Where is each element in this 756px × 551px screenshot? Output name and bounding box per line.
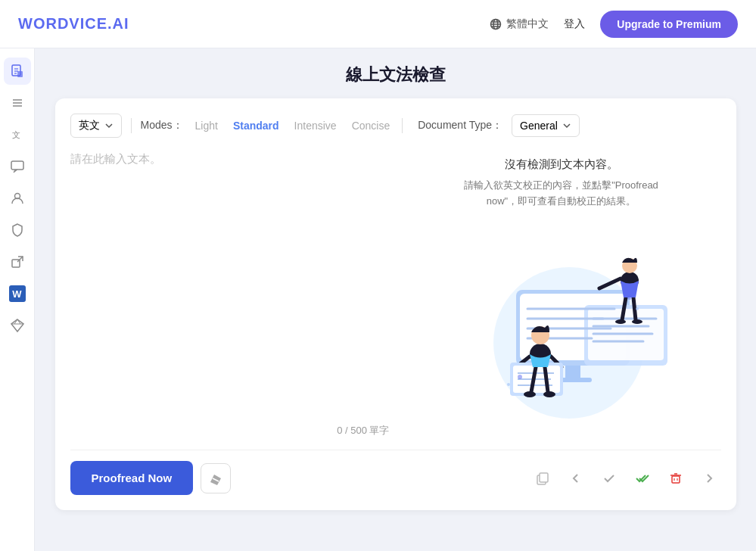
svg-rect-9 (17, 71, 23, 77)
sidebar-item-diamond[interactable] (4, 312, 31, 339)
right-panel: 沒有檢測到文本內容。 請輸入欲英文校正的內容，並點擊"Proofread now… (402, 150, 721, 437)
diamond-icon (10, 318, 25, 333)
svg-line-41 (633, 297, 636, 320)
text-area-wrapper: 0 / 500 單字 (70, 150, 390, 437)
svg-rect-65 (672, 476, 680, 483)
clear-button[interactable] (201, 463, 231, 493)
editor-toolbar: 英文 Modes： Light Standard Intensive Conci… (70, 114, 721, 138)
illustration (456, 222, 667, 419)
doc-type-label: Document Type： (418, 119, 502, 132)
no-content-desc: 請輸入欲英文校正的內容，並點擊"Proofread now"，即可查看自動校正的… (463, 178, 660, 210)
page-title: 線上文法檢查 (346, 64, 446, 86)
doc-type-value: General (520, 120, 558, 132)
toolbar-divider-2 (402, 118, 403, 133)
text-input[interactable] (70, 150, 390, 418)
prev-icon (570, 472, 582, 484)
upgrade-button[interactable]: Upgrade to Premium (600, 11, 738, 38)
copy-icon (536, 472, 549, 485)
prev-button[interactable] (564, 466, 588, 490)
sidebar-item-list[interactable] (4, 89, 31, 117)
svg-point-55 (524, 391, 536, 397)
lang-value: 英文 (79, 119, 100, 132)
sidebar-item-shield[interactable] (4, 216, 31, 244)
check-all-icon (636, 472, 649, 484)
next-icon (703, 472, 715, 484)
sidebar-item-user[interactable] (4, 185, 31, 212)
doc-icon (10, 64, 25, 79)
sidebar-item-word[interactable]: W (4, 280, 31, 307)
language-selector[interactable]: 繁體中文 (490, 17, 549, 31)
globe-icon (490, 18, 502, 30)
external-icon (10, 254, 25, 269)
shield-icon (10, 223, 25, 238)
proofread-button[interactable]: Proofread Now (70, 461, 194, 495)
mode-intensive-button[interactable]: Intensive (291, 120, 340, 132)
no-content-title: 沒有檢測到文本內容。 (505, 157, 618, 172)
chevron-down-icon (104, 121, 114, 130)
sidebar-item-doc[interactable] (4, 58, 31, 85)
main-layout: 文 W (0, 48, 756, 551)
navbar-right: 繁體中文 登入 Upgrade to Premium (490, 11, 738, 38)
language-dropdown[interactable]: 英文 (70, 114, 122, 138)
chat-icon (10, 159, 25, 174)
accept-button[interactable] (597, 466, 621, 490)
logo-wordvice: WORDVICE (18, 15, 107, 32)
login-button[interactable]: 登入 (564, 17, 585, 31)
copy-button[interactable] (530, 466, 555, 490)
user-icon (10, 191, 25, 206)
sidebar: 文 W (0, 48, 35, 551)
toolbar-divider-1 (131, 118, 132, 133)
mode-light-button[interactable]: Light (192, 120, 221, 132)
svg-point-58 (636, 307, 639, 310)
eraser-icon (209, 472, 222, 485)
svg-rect-25 (565, 366, 580, 379)
word-icon-badge: W (9, 285, 26, 302)
svg-point-57 (627, 295, 632, 300)
svg-marker-18 (11, 319, 23, 332)
logo: WORDVICE.AI (18, 15, 129, 33)
reject-button[interactable] (664, 466, 688, 490)
trash-icon (670, 472, 682, 484)
navbar: WORDVICE.AI 繁體中文 登入 Upgrade to Premium (0, 0, 756, 48)
svg-point-43 (632, 319, 642, 324)
mode-concise-button[interactable]: Concise (349, 120, 394, 132)
translate-icon: 文 (10, 127, 25, 142)
svg-rect-14 (11, 161, 23, 170)
modes-label: Modes： (141, 119, 183, 132)
check-icon (603, 472, 615, 484)
list-icon (10, 95, 25, 111)
accept-all-button[interactable] (630, 466, 655, 490)
chevron-down-icon-2 (562, 121, 571, 130)
svg-point-42 (615, 319, 626, 324)
word-count: 0 / 500 單字 (70, 424, 390, 437)
doc-type-dropdown[interactable]: General (512, 114, 580, 137)
mode-standard-button[interactable]: Standard (230, 120, 282, 132)
bottom-toolbar: Proofread Now (70, 450, 721, 495)
svg-rect-64 (540, 473, 548, 482)
logo-ai: AI (113, 15, 129, 32)
next-button[interactable] (697, 466, 721, 490)
sidebar-item-external[interactable] (4, 248, 31, 276)
sidebar-item-translate[interactable]: 文 (4, 121, 31, 148)
editor-card: 英文 Modes： Light Standard Intensive Conci… (55, 98, 736, 510)
lang-label: 繁體中文 (506, 17, 549, 31)
svg-point-56 (543, 391, 555, 397)
svg-point-59 (518, 375, 522, 379)
bottom-right-actions (530, 466, 721, 490)
svg-point-60 (507, 383, 510, 386)
sidebar-item-chat[interactable] (4, 153, 31, 180)
content-area: 線上文法檢查 英文 Modes： Light Standard Intensiv… (35, 48, 756, 551)
editor-body: 0 / 500 單字 沒有檢測到文本內容。 請輸入欲英文校正的內容，並點擊"Pr… (70, 150, 721, 437)
svg-text:文: 文 (12, 130, 20, 139)
